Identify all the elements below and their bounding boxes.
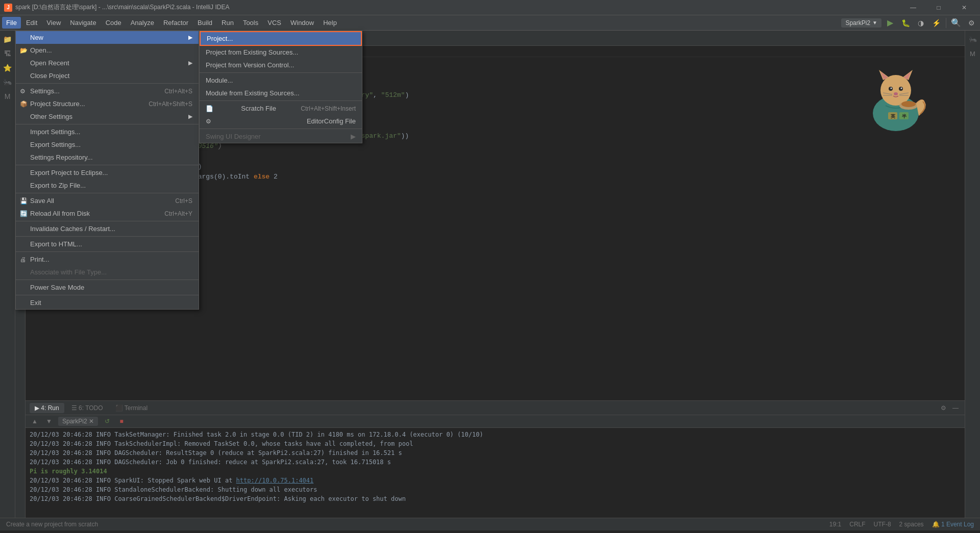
log-line-1: 20/12/03 20:46:28 INFO TaskSetManager: F… <box>30 430 961 439</box>
stop-icon[interactable]: ■ <box>116 416 127 426</box>
separator-8 <box>16 280 199 280</box>
submenu-separator-1 <box>200 72 362 73</box>
new-arrow-icon: ▶ <box>188 34 192 41</box>
menu-item-close-project[interactable]: Close Project <box>16 69 199 82</box>
indent[interactable]: 2 spaces <box>899 521 924 528</box>
rerun-icon[interactable]: ↺ <box>102 416 112 426</box>
cursor-position[interactable]: 19:1 <box>829 521 841 528</box>
menu-edit[interactable]: Edit <box>22 17 41 29</box>
svg-point-20 <box>901 101 916 107</box>
menu-item-power-save[interactable]: Power Save Mode <box>16 281 199 294</box>
coverage-button[interactable]: ◑ <box>914 17 927 29</box>
menu-analyze[interactable]: Analyze <box>127 17 158 29</box>
save-icon: 💾 <box>20 197 28 205</box>
project-submenu: Project... Project from Existing Sources… <box>199 31 362 143</box>
menu-item-export-eclipse[interactable]: Export Project to Eclipse... <box>16 166 199 179</box>
todo-tab[interactable]: ☰ 6: TODO <box>66 403 108 413</box>
menu-refactor[interactable]: Refactor <box>159 17 192 29</box>
spark-ui-link[interactable]: http://10.0.75.1:4041 <box>236 477 314 484</box>
run-config-label: SparkPi2 <box>845 19 870 27</box>
settings-button[interactable]: ⚙ <box>965 17 978 29</box>
run-button[interactable]: ▶ <box>884 17 897 29</box>
run-config-selector[interactable]: SparkPi2 ▼ <box>841 18 881 28</box>
search-everywhere-button[interactable]: 🔍 <box>949 17 963 29</box>
menu-run[interactable]: Run <box>217 17 238 29</box>
menu-item-exit[interactable]: Exit <box>16 296 199 309</box>
submenu-item-module[interactable]: Module... <box>200 74 362 87</box>
submenu-item-scratch-file[interactable]: 📄 Scratch File Ctrl+Alt+Shift+Insert <box>200 102 362 115</box>
menu-help[interactable]: Help <box>319 17 341 29</box>
status-bar-left: Create a new project from scratch <box>6 521 98 528</box>
menu-item-import-settings[interactable]: Import Settings... <box>16 125 199 138</box>
menu-item-save-all[interactable]: 💾 Save All Ctrl+S <box>16 194 199 207</box>
submenu-item-editorconfig[interactable]: ⚙ EditorConfig File <box>200 115 362 128</box>
scroll-up-icon[interactable]: ▲ <box>30 416 40 426</box>
menu-item-export-settings[interactable]: Export Settings... <box>16 138 199 151</box>
close-button[interactable]: ✕ <box>952 0 976 15</box>
separator-2 <box>16 124 199 124</box>
menu-item-settings[interactable]: ⚙ Settings... Ctrl+Alt+S <box>16 85 199 97</box>
status-message: Create a new project from scratch <box>6 521 98 528</box>
right-panel: 🐜 M <box>965 31 980 518</box>
bottom-panel-tabs: ▶ 4: Run ☰ 6: TODO ⬛ Terminal ⚙ — <box>26 401 965 415</box>
terminal-tab[interactable]: ⬛ Terminal <box>110 403 153 413</box>
log-line-4: 20/12/03 20:46:28 INFO DAGScheduler: Job… <box>30 458 961 467</box>
structure-icon[interactable]: 🏗 <box>1 47 14 60</box>
separator-7 <box>16 251 199 252</box>
run-config-dropdown-icon: ▼ <box>872 20 877 26</box>
profile-button[interactable]: ⚡ <box>929 17 943 29</box>
menu-item-settings-repo[interactable]: Settings Repository... <box>16 151 199 164</box>
line-separator[interactable]: CRLF <box>849 521 865 528</box>
open-icon: 📂 <box>20 47 28 54</box>
scroll-down-icon[interactable]: ▼ <box>44 416 54 426</box>
menu-item-reload[interactable]: 🔄 Reload All from Disk Ctrl+Alt+Y <box>16 207 199 220</box>
left-sidebar: 📁 🏗 ⭐ 🐜 M <box>0 31 15 518</box>
debug-button[interactable]: 🐛 <box>899 17 912 29</box>
project-view-icon[interactable]: 📁 <box>1 33 14 46</box>
project-structure-icon: 📦 <box>20 100 28 108</box>
menu-item-open-recent[interactable]: Open Recent ▶ <box>16 57 199 69</box>
submenu-item-version-control[interactable]: Project from Version Control... <box>200 59 362 71</box>
run-tab-label[interactable]: SparkPi2 ✕ <box>58 417 98 426</box>
swing-arrow-icon: ▶ <box>351 133 356 140</box>
submenu-item-module-existing[interactable]: Module from Existing Sources... <box>200 87 362 99</box>
menu-tools[interactable]: Tools <box>239 17 262 29</box>
ant-icon[interactable]: 🐜 <box>1 75 14 89</box>
settings-icon[interactable]: ⚙ <box>938 403 948 413</box>
submenu-item-project[interactable]: Project... <box>200 31 362 46</box>
menu-item-open[interactable]: 📂 Open... <box>16 44 199 57</box>
submenu-item-existing-sources[interactable]: Project from Existing Sources... <box>200 46 362 59</box>
event-log-icon: 🔔 <box>932 521 940 528</box>
menu-item-new[interactable]: New ▶ <box>16 31 199 44</box>
menu-window[interactable]: Window <box>286 17 318 29</box>
event-log[interactable]: 🔔 1 Event Log <box>932 521 974 528</box>
charset[interactable]: UTF-8 <box>874 521 891 528</box>
menu-item-project-structure[interactable]: 📦 Project Structure... Ctrl+Alt+Shift+S <box>16 97 199 110</box>
close-panel-icon[interactable]: — <box>950 403 961 413</box>
menu-item-export-html[interactable]: Export to HTML... <box>16 238 199 250</box>
new-label: New <box>30 34 43 41</box>
menu-item-print[interactable]: 🖨 Print... <box>16 253 199 266</box>
maven-right-icon[interactable]: M <box>966 47 979 60</box>
ant-right-icon[interactable]: 🐜 <box>966 33 979 46</box>
menu-item-invalidate-caches[interactable]: Invalidate Caches / Restart... <box>16 222 199 235</box>
run-tab[interactable]: ▶ 4: Run <box>30 403 64 413</box>
maximize-button[interactable]: □ <box>927 0 950 15</box>
mascot-image: 英 半 <box>857 57 934 134</box>
menu-vcs[interactable]: VCS <box>263 17 285 29</box>
log-line-6: 20/12/03 20:46:28 INFO StandaloneSchedul… <box>30 485 961 494</box>
svg-point-10 <box>894 92 898 95</box>
menu-build[interactable]: Build <box>193 17 216 29</box>
menu-item-export-zip[interactable]: Export to Zip File... <box>16 179 199 192</box>
maven-icon[interactable]: M <box>1 90 14 103</box>
menu-file[interactable]: File <box>2 17 21 29</box>
favorites-icon[interactable]: ⭐ <box>1 61 14 74</box>
event-log-text: 1 Event Log <box>941 521 974 528</box>
menu-item-other-settings[interactable]: Other Settings ▶ <box>16 110 199 123</box>
menu-navigate[interactable]: Navigate <box>66 17 100 29</box>
submenu-item-swing-designer[interactable]: Swing UI Designer ▶ <box>200 130 362 143</box>
minimize-button[interactable]: — <box>901 0 925 15</box>
menu-code[interactable]: Code <box>102 17 126 29</box>
log-line-2: 20/12/03 20:46:28 INFO TaskSchedulerImpl… <box>30 439 961 448</box>
menu-view[interactable]: View <box>42 17 65 29</box>
